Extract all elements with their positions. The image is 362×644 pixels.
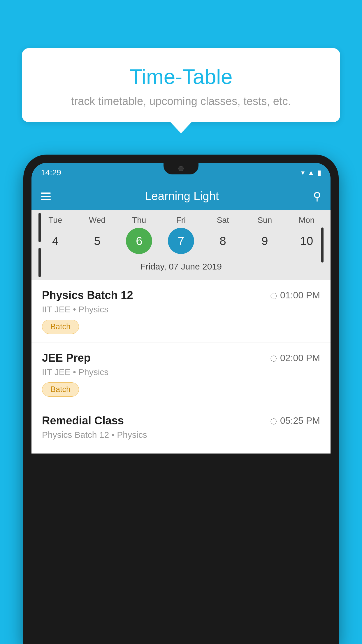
- schedule-item-1[interactable]: Physics Batch 12 ◌ 01:00 PM IIT JEE • Ph…: [31, 280, 331, 342]
- app-header: Learning Light ⚲: [31, 183, 331, 210]
- schedule-item-2-time-text: 02:00 PM: [280, 353, 320, 363]
- status-bar: 14:29 ▾ ▲ ▮: [31, 163, 331, 183]
- schedule-item-1-title: Physics Batch 12: [42, 289, 133, 302]
- schedule-item-2-title: JEE Prep: [42, 352, 91, 364]
- schedule-list: Physics Batch 12 ◌ 01:00 PM IIT JEE • Ph…: [31, 280, 331, 454]
- tooltip-title: Time-Table: [39, 64, 323, 89]
- schedule-item-2-time: ◌ 02:00 PM: [270, 353, 320, 363]
- volume-down-button: [38, 248, 41, 277]
- schedule-item-1-badge: Batch: [42, 320, 79, 334]
- signal-icon: ▲: [307, 169, 314, 177]
- schedule-item-3-time-text: 05:25 PM: [280, 415, 320, 426]
- day-header-sat: Sat: [205, 216, 240, 225]
- day-headers: Tue Wed Thu Fri Sat Sun Mon: [34, 216, 328, 228]
- day-7-selected[interactable]: 7: [168, 228, 194, 254]
- day-4[interactable]: 4: [42, 228, 68, 254]
- day-9[interactable]: 9: [252, 228, 278, 254]
- clock-icon-2: ◌: [270, 353, 277, 363]
- day-10[interactable]: 10: [294, 228, 320, 254]
- schedule-item-2-detail: IIT JEE • Physics: [42, 367, 320, 377]
- calendar-strip: Tue Wed Thu Fri Sat Sun Mon 4 5 6 7 8 9 …: [31, 210, 331, 280]
- day-5[interactable]: 5: [84, 228, 110, 254]
- phone-frame: 14:29 ▾ ▲ ▮ Learning Light ⚲ Tue Wed Thu…: [23, 155, 339, 644]
- selected-date: Friday, 07 June 2019: [34, 259, 328, 277]
- schedule-item-1-detail: IIT JEE • Physics: [42, 304, 320, 314]
- schedule-item-2[interactable]: JEE Prep ◌ 02:00 PM IIT JEE • Physics Ba…: [31, 342, 331, 405]
- app-title: Learning Light: [145, 190, 219, 203]
- day-6-today[interactable]: 6: [126, 228, 152, 254]
- search-button[interactable]: ⚲: [313, 190, 321, 203]
- schedule-item-3-time: ◌ 05:25 PM: [270, 415, 320, 426]
- camera: [178, 166, 184, 171]
- wifi-icon: ▾: [301, 169, 305, 177]
- status-time: 14:29: [41, 168, 61, 177]
- schedule-item-1-time-text: 01:00 PM: [280, 290, 320, 301]
- clock-icon-1: ◌: [270, 290, 277, 300]
- schedule-item-1-header: Physics Batch 12 ◌ 01:00 PM: [42, 289, 320, 302]
- tooltip-card: Time-Table track timetable, upcoming cla…: [22, 48, 340, 122]
- status-icons: ▾ ▲ ▮: [301, 169, 321, 177]
- day-header-sun: Sun: [247, 216, 282, 225]
- day-header-mon: Mon: [289, 216, 324, 225]
- battery-icon: ▮: [317, 169, 321, 177]
- schedule-item-3-header: Remedial Class ◌ 05:25 PM: [42, 414, 320, 427]
- schedule-item-3-title: Remedial Class: [42, 414, 124, 427]
- menu-button[interactable]: [41, 192, 51, 200]
- schedule-item-2-badge: Batch: [42, 382, 79, 397]
- day-header-wed: Wed: [80, 216, 115, 225]
- day-8[interactable]: 8: [210, 228, 236, 254]
- clock-icon-3: ◌: [270, 416, 277, 426]
- app-screen: Learning Light ⚲ Tue Wed Thu Fri Sat Sun…: [31, 183, 331, 454]
- volume-up-button: [38, 213, 41, 242]
- day-header-thu: Thu: [122, 216, 157, 225]
- power-button: [321, 228, 324, 262]
- schedule-item-1-time: ◌ 01:00 PM: [270, 290, 320, 301]
- schedule-item-3-detail: Physics Batch 12 • Physics: [42, 430, 320, 440]
- day-header-tue: Tue: [38, 216, 73, 225]
- schedule-item-2-header: JEE Prep ◌ 02:00 PM: [42, 352, 320, 364]
- day-numbers: 4 5 6 7 8 9 10: [34, 228, 328, 259]
- schedule-item-3[interactable]: Remedial Class ◌ 05:25 PM Physics Batch …: [31, 405, 331, 454]
- day-header-fri: Fri: [164, 216, 198, 225]
- notch: [164, 163, 198, 174]
- tooltip-subtitle: track timetable, upcoming classes, tests…: [39, 95, 323, 108]
